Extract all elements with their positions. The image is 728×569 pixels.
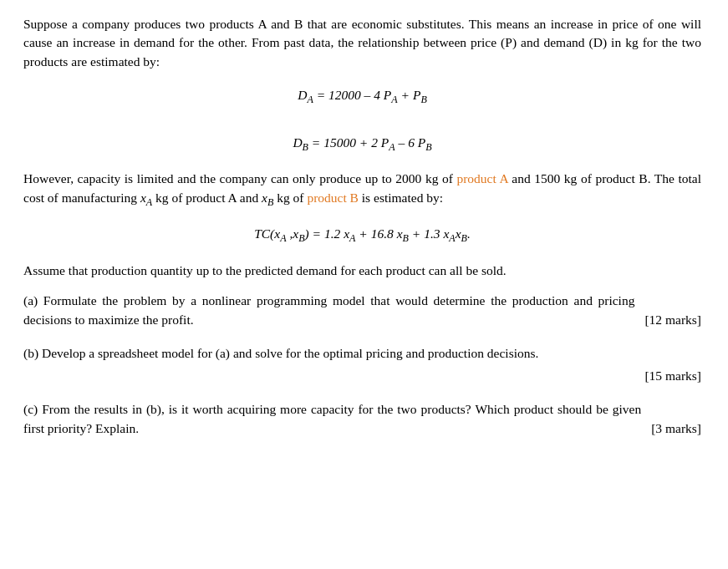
question-a-text: (a) Formulate the problem by a nonlinear… [23,292,634,329]
question-b-content: Develop a spreadsheet model for (a) and … [42,346,538,360]
pb-subscript-a: B [420,94,426,106]
question-b-block: (b) Develop a spreadsheet model for (a) … [23,344,701,385]
question-b-row: (b) Develop a spreadsheet model for (a) … [23,344,701,363]
question-a-marks: [12 marks] [644,311,701,329]
equations-block: DA = 12000 – 4 PA + PB DB = 15000 + 2 PA… [23,86,701,155]
question-c-row: (c) From the results in (b), is it worth… [23,400,701,438]
equation-db: DB = 15000 + 2 PA – 6 PB [23,134,701,155]
question-c-text: (c) From the results in (b), is it worth… [23,400,641,438]
db-pa-subscript: A [389,141,395,153]
da-plus-pb: + P [398,88,421,102]
question-b-text: (b) Develop a spreadsheet model for (a) … [23,344,701,363]
tc-rhs-xb: B [403,232,409,244]
da-subscript: A [307,94,313,106]
db-minus-pb: – 6 P [395,135,426,150]
db-rhs: = 15000 + 2 P [308,135,389,150]
tc-period: . [467,226,471,241]
product-b-highlight: product B [307,191,359,205]
question-a-label: (a) [23,293,38,307]
tc-plus1: + 16.8 [355,226,396,241]
question-b-marks: [15 marks] [644,368,701,383]
capacity-text-start: However, capacity is limited and the com… [23,171,456,185]
tc-equation: TC(xA ,xB) = 1.2 xA + 16.8 xB + 1.3 xAxB… [254,225,471,246]
equation-da: DA = 12000 – 4 PA + PB [23,86,701,108]
pa-subscript: A [391,94,397,106]
tc-rhs: ) = 1.2 [305,226,344,241]
question-c-content: From the results in (b), is it worth acq… [23,402,641,434]
pb-subscript-b: B [425,141,431,153]
question-c-label: (c) [23,402,38,416]
question-a-block: (a) Formulate the problem by a nonlinear… [23,292,701,329]
db-label: D [293,135,302,150]
tc-xa-sub: A [280,232,286,244]
tc-rhs-xa2: A [449,232,455,244]
db-subscript: B [303,141,308,153]
tc-xb-sub: B [298,232,304,244]
tc-block: TC(xA ,xB) = 1.2 xA + 16.8 xB + 1.3 xAxB… [23,225,701,246]
question-b-marks-row: [15 marks] [23,367,701,385]
capacity-text-mid3: kg of [273,191,307,205]
tc-plus2: + 1.3 [409,226,443,241]
capacity-text-mid2: kg of product A and x [152,191,267,205]
question-a-row: (a) Formulate the problem by a nonlinear… [23,292,701,329]
capacity-text-end: is estimated by: [359,191,443,205]
assume-paragraph: Assume that production quantity up to th… [23,262,701,280]
product-a-highlight: product A [456,171,507,185]
question-b-label: (b) [23,346,38,360]
question-c-block: (c) From the results in (b), is it worth… [23,400,701,438]
capacity-paragraph: However, capacity is limited and the com… [23,170,701,210]
da-label: D [298,88,307,102]
tc-rhs-xb2: B [461,232,467,244]
intro-paragraph: Suppose a company produces two products … [23,15,701,71]
question-c-marks: [3 marks] [651,419,701,438]
question-a-content: Formulate the problem by a nonlinear pro… [23,293,634,326]
da-rhs: = 12000 – 4 P [313,88,392,102]
